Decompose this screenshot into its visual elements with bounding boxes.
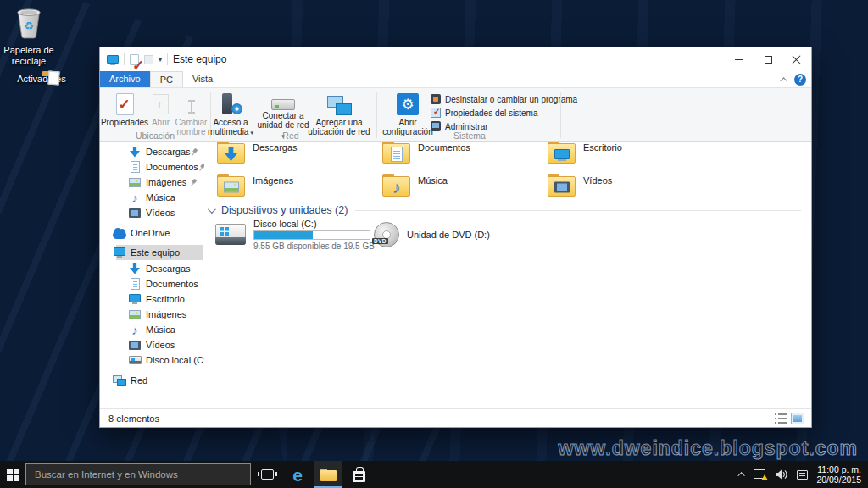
pictures-icon [129, 178, 141, 187]
windows-logo-icon [7, 469, 19, 481]
minimize-ribbon-icon[interactable] [780, 77, 787, 84]
network-drive-icon [271, 99, 295, 110]
desktop-icon-label: Papelera de reciclaje [0, 45, 58, 67]
folder-tile-imagenes[interactable]: Imágenes [217, 173, 376, 203]
folder-icon [217, 142, 245, 164]
sidebar-item-documentos-pc[interactable]: Documentos [100, 276, 203, 291]
disk-usage-fill [254, 231, 313, 239]
svg-text:♻: ♻ [24, 19, 34, 32]
tray-expand-icon[interactable] [738, 472, 745, 479]
volume-icon[interactable] [775, 469, 788, 480]
videos-icon [129, 208, 141, 218]
recycle-bin-icon: ♻ [14, 5, 43, 39]
sidebar-item-disco-local[interactable]: Disco local (C:) [100, 352, 203, 368]
sidebar-item-musica[interactable]: Música [100, 190, 203, 205]
action-center-icon[interactable] [797, 470, 808, 480]
tab-pc[interactable]: PC [150, 71, 183, 87]
task-view-icon [261, 469, 274, 480]
start-button[interactable] [0, 461, 25, 488]
edge-icon [292, 466, 303, 484]
network-location-icon [327, 96, 352, 115]
close-button[interactable] [782, 47, 811, 71]
tab-archivo[interactable]: Archivo [100, 71, 150, 87]
taskbar-search[interactable] [25, 463, 251, 485]
store-button[interactable] [344, 461, 373, 488]
folder-tile-descargas[interactable]: Descargas [217, 142, 376, 170]
window-title: Este equipo [173, 53, 226, 65]
media-access-button[interactable]: Acceso a multimedia [207, 92, 254, 139]
disk-usage-bar [253, 230, 370, 240]
clock-time: 11:00 p. m. [816, 464, 861, 474]
document-icon [131, 278, 140, 290]
add-network-location-button[interactable]: Agregar una ubicación de red [303, 92, 375, 139]
search-input[interactable] [25, 463, 251, 485]
hard-drive-icon [129, 356, 142, 364]
new-folder-qat-button[interactable] [144, 55, 153, 64]
pictures-icon [129, 310, 141, 319]
sidebar-item-este-equipo[interactable]: Este equipo [100, 245, 203, 260]
navigation-pane: Descargas Documentos Imágenes Música [100, 142, 204, 408]
details-view-icon[interactable] [775, 413, 787, 424]
status-bar: 8 elementos [100, 408, 811, 427]
media-server-icon [220, 93, 242, 115]
sidebar-item-videos[interactable]: Vídeos [100, 205, 203, 220]
drive-tile-dvd[interactable]: Unidad de DVD (D:) [374, 222, 490, 247]
desktop-icon-recycle-bin[interactable]: ♻ Papelera de reciclaje [0, 5, 58, 67]
folder-tile-musica[interactable]: Música [382, 173, 542, 203]
computer-icon [114, 247, 125, 256]
tab-vista[interactable]: Vista [183, 71, 222, 87]
ribbon-tabs: Archivo PC Vista [100, 71, 811, 87]
folder-tile-videos[interactable]: Vídeos [548, 173, 707, 203]
explorer-window: ▾ Este equipo Archivo PC Vista P [99, 47, 812, 428]
dvd-disc-icon [374, 222, 399, 247]
minimize-button[interactable] [725, 47, 754, 71]
system-tray: 11:00 p. m. 20/09/2015 [740, 464, 868, 485]
folder-tile-documentos[interactable]: Documentos [382, 142, 542, 170]
uninstall-program-button[interactable]: Desinstalar o cambiar un programa [431, 93, 577, 105]
sidebar-item-imagenes[interactable]: Imágenes [100, 175, 203, 190]
folder-icon [382, 174, 410, 197]
sidebar-item-documentos[interactable]: Documentos [100, 159, 203, 175]
large-icons-view-icon[interactable] [791, 413, 804, 424]
rename-icon [181, 100, 203, 114]
rename-button[interactable]: Cambiar nombre [172, 92, 210, 139]
minimize-icon [735, 59, 743, 60]
devices-section-header[interactable]: Dispositivos y unidades (2) [208, 203, 801, 217]
sidebar-item-escritorio[interactable]: Escritorio [100, 291, 203, 307]
sidebar-item-musica-pc[interactable]: Música [100, 322, 203, 337]
download-icon [130, 263, 140, 274]
properties-qat-button[interactable] [130, 54, 139, 65]
sidebar-item-imagenes-pc[interactable]: Imágenes [100, 307, 203, 322]
disk-free-space: 9.55 GB disponibles de 19.5 GB [253, 241, 375, 251]
task-view-button[interactable] [253, 461, 281, 488]
sidebar-item-onedrive[interactable]: OneDrive [100, 225, 203, 241]
network-warning-icon[interactable] [754, 469, 766, 480]
edge-button[interactable] [283, 461, 312, 488]
chevron-down-icon [208, 205, 216, 214]
file-list: Descargas Documentos Escritorio Imágenes… [204, 142, 811, 408]
maximize-button[interactable] [754, 47, 782, 71]
system-properties-button[interactable]: Propiedades del sistema [431, 107, 538, 119]
desktop-icon-activadores[interactable]: Activadores [11, 71, 72, 85]
help-icon[interactable] [794, 74, 806, 86]
content-area: Descargas Documentos Imágenes Música [100, 142, 811, 408]
items-count: 8 elementos [108, 413, 159, 424]
manage-icon [431, 121, 441, 131]
hard-drive-icon [215, 224, 246, 245]
separator [167, 53, 168, 65]
open-settings-button[interactable]: Abrir configuración [380, 92, 436, 139]
sidebar-item-red[interactable]: Red [100, 373, 203, 388]
quick-access-toolbar: ▾ Este equipo [107, 47, 226, 71]
watermark: www.dweindice.blogspot.com [558, 437, 858, 460]
taskbar-clock[interactable]: 11:00 p. m. 20/09/2015 [816, 464, 861, 485]
desktop: ♻ Papelera de reciclaje Activadores www.… [0, 0, 868, 488]
sidebar-item-descargas[interactable]: Descargas [100, 144, 203, 159]
sidebar-item-videos-pc[interactable]: Vídeos [100, 337, 203, 352]
qat-dropdown-icon[interactable]: ▾ [159, 56, 162, 64]
sidebar-item-descargas-pc[interactable]: Descargas [100, 261, 203, 276]
folder-tile-escritorio[interactable]: Escritorio [548, 142, 707, 170]
close-icon [793, 55, 801, 64]
network-icon [113, 375, 126, 386]
file-explorer-button[interactable] [314, 461, 342, 488]
drive-tile-disco-local[interactable]: Disco local (C:) 9.55 GB disponibles de … [215, 219, 375, 251]
